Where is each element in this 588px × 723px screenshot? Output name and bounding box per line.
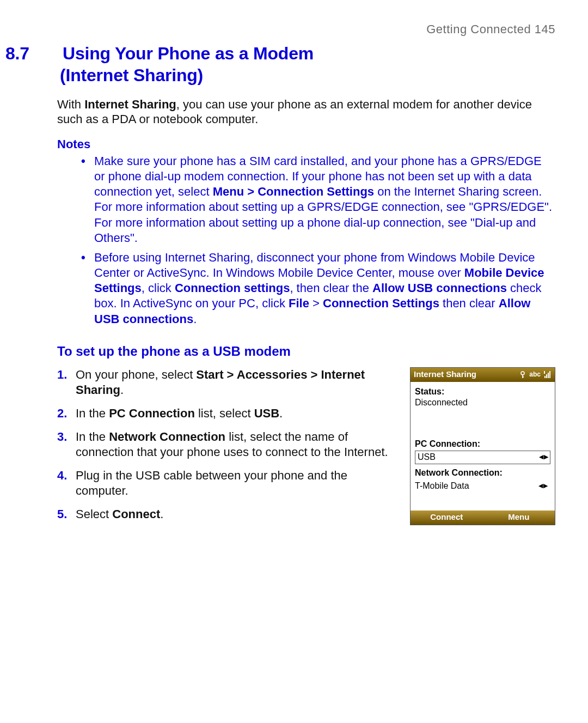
- step-item: In the PC Connection list, select USB.: [57, 406, 397, 422]
- notes-heading: Notes: [57, 137, 555, 152]
- step-item: Select Connect.: [57, 507, 397, 522]
- text: With: [57, 98, 84, 111]
- phone-body: Status: Disconnected PC Connection: USB …: [411, 382, 555, 511]
- text: then clear: [439, 296, 499, 310]
- text: .: [160, 507, 163, 521]
- phone-softkey-bar: Connect Menu: [411, 511, 555, 525]
- text-bold: Connection Settings: [323, 296, 439, 310]
- text: .: [120, 383, 124, 397]
- phone-screenshot: Internet Sharing abc Status: Disconnecte…: [410, 367, 555, 525]
- note-item: Make sure your phone has a SIM card inst…: [79, 154, 555, 246]
- network-connection-picker[interactable]: T-Mobile Data ◀ ▶: [415, 479, 550, 493]
- pc-connection-label: PC Connection:: [415, 439, 550, 449]
- status-label: Status:: [415, 386, 550, 397]
- two-column-layout: On your phone, select Start > Accessorie…: [57, 367, 555, 530]
- text-bold: File: [289, 296, 309, 310]
- running-header: Getting Connected 145: [33, 22, 555, 37]
- softkey-menu[interactable]: Menu: [483, 512, 555, 522]
- phone-titlebar-icons: abc: [519, 370, 552, 379]
- text: , click: [142, 281, 175, 295]
- steps-column: On your phone, select Start > Accessorie…: [57, 367, 410, 530]
- svg-rect-1: [523, 374, 524, 378]
- text: >: [309, 296, 323, 310]
- step-item: In the Network Connection list, select t…: [57, 429, 397, 460]
- svg-rect-4: [546, 374, 547, 378]
- intro-paragraph: With Internet Sharing, you can use your …: [57, 97, 555, 127]
- svg-rect-3: [544, 376, 546, 378]
- svg-rect-5: [548, 373, 549, 378]
- svg-rect-7: [544, 371, 545, 374]
- left-right-arrows-icon: ◀ ▶: [539, 453, 548, 461]
- note-item: Before using Internet Sharing, disconnec…: [79, 250, 555, 327]
- left-right-arrows-icon: ◀ ▶: [538, 482, 547, 490]
- text: Plug in the USB cable between your phone…: [76, 469, 347, 498]
- text: .: [279, 406, 283, 420]
- pc-connection-value: USB: [418, 452, 436, 463]
- key-icon: [519, 371, 526, 379]
- text: On your phone, select: [76, 368, 196, 381]
- section-number: 8.7: [33, 42, 63, 64]
- softkey-connect[interactable]: Connect: [411, 512, 483, 522]
- section-heading: 8.7Using Your Phone as a Modem (Internet…: [33, 42, 555, 86]
- text: , then clear the: [290, 281, 372, 295]
- text: In the: [76, 430, 109, 443]
- steps-list: On your phone, select Start > Accessorie…: [57, 367, 397, 522]
- status-value: Disconnected: [415, 397, 550, 408]
- text-bold: Internet Sharing: [84, 98, 176, 111]
- input-mode-indicator: abc: [529, 370, 541, 379]
- network-connection-label: Network Connection:: [415, 467, 550, 478]
- document-page: Getting Connected 145 8.7Using Your Phon…: [0, 0, 588, 562]
- text: list, select: [195, 406, 254, 420]
- notes-list: Make sure your phone has a SIM card inst…: [79, 154, 555, 327]
- text-bold: Menu > Connection Settings: [213, 185, 374, 198]
- signal-icon: [544, 371, 552, 379]
- network-connection-value: T-Mobile Data: [415, 481, 469, 491]
- text-bold: USB: [254, 406, 279, 420]
- phone-titlebar: Internet Sharing abc: [411, 368, 555, 382]
- svg-rect-6: [549, 371, 550, 378]
- text-bold: PC Connection: [109, 406, 195, 420]
- section-title-line-2: (Internet Sharing): [60, 65, 203, 85]
- step-item: On your phone, select Start > Accessorie…: [57, 367, 397, 398]
- svg-rect-2: [523, 376, 524, 378]
- pc-connection-picker[interactable]: USB ◀ ▶: [415, 451, 550, 464]
- text-bold: Allow USB connections: [372, 281, 507, 295]
- sub-heading: To set up the phone as a USB modem: [57, 343, 555, 360]
- text-bold: Network Connection: [109, 430, 225, 443]
- text: .: [193, 312, 197, 326]
- text-bold: Connection settings: [175, 281, 290, 295]
- step-item: Plug in the USB cable between your phone…: [57, 468, 397, 499]
- phone-title: Internet Sharing: [414, 369, 476, 380]
- text: Select: [76, 507, 112, 521]
- text-bold: Connect: [112, 507, 160, 521]
- section-title-line-1: Using Your Phone as a Modem: [63, 44, 314, 63]
- text: In the: [76, 406, 109, 420]
